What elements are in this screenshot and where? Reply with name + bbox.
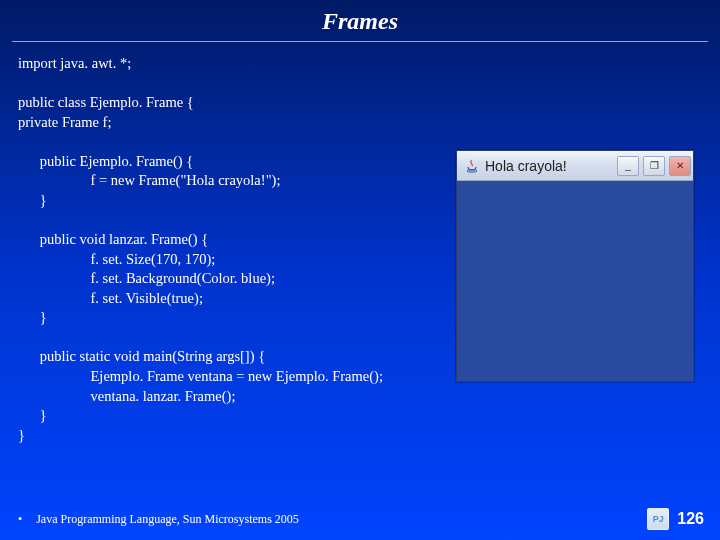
close-button[interactable]: ✕ [669,156,691,176]
pj-logo-text: PJ [653,514,664,524]
close-icon: ✕ [676,160,684,171]
minimize-button[interactable]: _ [617,156,639,176]
footer: • Java Programming Language, Sun Microsy… [18,508,704,530]
awt-frame-window: Hola crayola! _ ❐ ✕ [456,150,694,382]
svg-point-0 [467,169,477,171]
awt-window-body [457,181,693,381]
footer-bullet: • [18,512,22,527]
awt-window-title: Hola crayola! [485,158,613,174]
slide-title-bar: Frames [0,0,720,41]
pj-logo-icon: PJ [647,508,669,530]
divider [12,41,708,42]
awt-titlebar: Hola crayola! _ ❐ ✕ [457,151,693,181]
minimize-icon: _ [625,160,631,171]
footer-right: PJ 126 [647,508,704,530]
page-number: 126 [677,510,704,528]
java-cup-icon [463,157,481,175]
slide-title: Frames [0,8,720,35]
maximize-button[interactable]: ❐ [643,156,665,176]
footer-source: Java Programming Language, Sun Microsyst… [36,512,299,527]
maximize-icon: ❐ [650,160,659,171]
footer-left: • Java Programming Language, Sun Microsy… [18,512,299,527]
